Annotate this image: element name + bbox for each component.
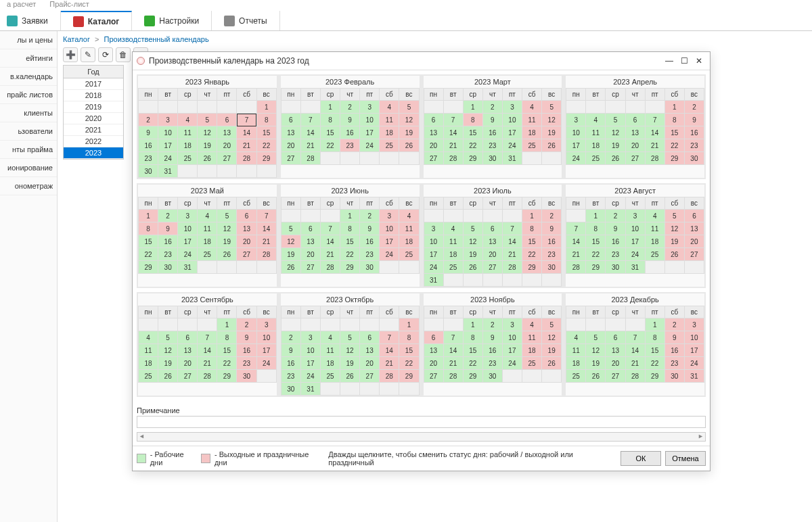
year-2018[interactable]: 2018 bbox=[64, 90, 123, 101]
day-cell[interactable]: 16 bbox=[684, 126, 704, 139]
day-cell[interactable]: 25 bbox=[399, 248, 419, 261]
day-cell[interactable]: 23 bbox=[482, 139, 502, 152]
day-cell[interactable]: 13 bbox=[178, 344, 198, 357]
day-cell[interactable]: 15 bbox=[463, 344, 482, 357]
day-cell[interactable]: 24 bbox=[684, 357, 704, 370]
day-cell[interactable]: 1 bbox=[522, 210, 541, 222]
day-cell[interactable]: 29 bbox=[645, 370, 664, 383]
day-cell[interactable]: 11 bbox=[566, 344, 586, 357]
day-cell[interactable]: 16 bbox=[482, 344, 502, 357]
year-2023[interactable]: 2023 bbox=[64, 147, 123, 159]
day-cell[interactable]: 3 bbox=[502, 318, 522, 331]
day-cell[interactable]: 12 bbox=[281, 235, 300, 248]
close-button[interactable]: ✕ bbox=[692, 55, 706, 67]
day-cell[interactable]: 8 bbox=[256, 114, 276, 126]
sidebar-item-4[interactable]: клиенты bbox=[0, 104, 57, 122]
day-cell[interactable]: 24 bbox=[158, 152, 178, 165]
day-cell[interactable]: 26 bbox=[586, 370, 606, 383]
day-cell[interactable]: 19 bbox=[606, 139, 625, 152]
day-cell[interactable]: 8 bbox=[664, 114, 684, 126]
day-cell[interactable]: 10 bbox=[502, 331, 522, 344]
day-cell[interactable]: 22 bbox=[139, 248, 158, 261]
note-input[interactable] bbox=[137, 416, 706, 428]
day-cell[interactable]: 25 bbox=[522, 139, 541, 152]
day-cell[interactable]: 20 bbox=[684, 235, 704, 248]
day-cell[interactable]: 25 bbox=[198, 248, 217, 261]
day-cell[interactable]: 15 bbox=[139, 235, 158, 248]
day-cell[interactable]: 14 bbox=[198, 344, 217, 357]
day-cell[interactable]: 5 bbox=[463, 222, 482, 235]
day-cell[interactable]: 15 bbox=[320, 126, 340, 139]
day-cell[interactable]: 20 bbox=[178, 357, 198, 370]
day-cell[interactable]: 29 bbox=[256, 152, 276, 165]
day-cell[interactable]: 10 bbox=[256, 331, 276, 344]
day-cell[interactable]: 16 bbox=[606, 235, 625, 248]
day-cell[interactable]: 19 bbox=[217, 235, 237, 248]
day-cell[interactable]: 19 bbox=[158, 357, 178, 370]
day-cell[interactable]: 16 bbox=[482, 126, 502, 139]
day-cell[interactable]: 24 bbox=[424, 261, 443, 274]
day-cell[interactable]: 13 bbox=[237, 222, 256, 235]
sidebar-item-6[interactable]: нты прайма bbox=[0, 141, 57, 159]
day-cell[interactable]: 1 bbox=[664, 101, 684, 114]
day-cell[interactable]: 17 bbox=[424, 248, 443, 261]
day-cell[interactable]: 12 bbox=[399, 114, 419, 126]
day-cell[interactable]: 28 bbox=[198, 370, 217, 383]
day-cell[interactable]: 5 bbox=[542, 101, 562, 114]
day-cell[interactable]: 27 bbox=[281, 152, 300, 165]
day-cell[interactable]: 17 bbox=[360, 126, 380, 139]
day-cell[interactable]: 13 bbox=[684, 222, 704, 235]
day-cell[interactable]: 14 bbox=[443, 126, 463, 139]
day-cell[interactable]: 1 bbox=[256, 101, 276, 114]
day-cell[interactable]: 10 bbox=[424, 235, 443, 248]
day-cell[interactable]: 7 bbox=[625, 331, 645, 344]
day-cell[interactable]: 20 bbox=[217, 139, 237, 152]
day-cell[interactable]: 25 bbox=[139, 370, 158, 383]
day-cell[interactable]: 4 bbox=[380, 101, 399, 114]
day-cell[interactable]: 25 bbox=[320, 370, 340, 383]
day-cell[interactable]: 1 bbox=[645, 318, 664, 331]
day-cell[interactable]: 21 bbox=[502, 248, 522, 261]
day-cell[interactable]: 28 bbox=[443, 370, 463, 383]
day-cell[interactable]: 6 bbox=[625, 114, 645, 126]
day-cell[interactable]: 5 bbox=[158, 331, 178, 344]
day-cell[interactable]: 18 bbox=[522, 126, 541, 139]
day-cell[interactable]: 26 bbox=[542, 139, 562, 152]
day-cell[interactable]: 13 bbox=[606, 344, 625, 357]
day-cell[interactable]: 20 bbox=[606, 357, 625, 370]
day-cell[interactable]: 23 bbox=[360, 248, 380, 261]
day-cell[interactable]: 30 bbox=[482, 152, 502, 165]
day-cell[interactable]: 12 bbox=[606, 126, 625, 139]
day-cell[interactable]: 26 bbox=[606, 152, 625, 165]
day-cell[interactable]: 19 bbox=[542, 344, 562, 357]
day-cell[interactable]: 27 bbox=[237, 248, 256, 261]
day-cell[interactable]: 22 bbox=[664, 139, 684, 152]
day-cell[interactable]: 13 bbox=[217, 126, 237, 139]
day-cell[interactable]: 2 bbox=[340, 101, 360, 114]
day-cell[interactable]: 7 bbox=[443, 331, 463, 344]
day-cell[interactable]: 11 bbox=[522, 114, 541, 126]
day-cell[interactable]: 16 bbox=[360, 235, 380, 248]
day-cell[interactable]: 9 bbox=[482, 331, 502, 344]
day-cell[interactable]: 23 bbox=[684, 139, 704, 152]
day-cell[interactable]: 10 bbox=[178, 222, 198, 235]
day-cell[interactable]: 5 bbox=[586, 331, 606, 344]
day-cell[interactable]: 25 bbox=[443, 261, 463, 274]
day-cell[interactable]: 28 bbox=[502, 261, 522, 274]
day-cell[interactable]: 29 bbox=[139, 261, 158, 274]
day-cell[interactable]: 19 bbox=[586, 357, 606, 370]
day-cell[interactable]: 6 bbox=[424, 114, 443, 126]
cancel-button[interactable]: Отмена bbox=[665, 451, 706, 466]
day-cell[interactable]: 30 bbox=[139, 165, 158, 178]
day-cell[interactable]: 9 bbox=[606, 222, 625, 235]
day-cell[interactable]: 1 bbox=[320, 101, 340, 114]
day-cell[interactable]: 23 bbox=[340, 139, 360, 152]
day-cell[interactable]: 29 bbox=[586, 261, 606, 274]
day-cell[interactable]: 12 bbox=[463, 235, 482, 248]
main-tab-Отчеты[interactable]: Отчеты bbox=[212, 11, 279, 30]
day-cell[interactable]: 11 bbox=[198, 222, 217, 235]
day-cell[interactable]: 6 bbox=[300, 222, 320, 235]
day-cell[interactable]: 7 bbox=[198, 331, 217, 344]
day-cell[interactable]: 12 bbox=[542, 114, 562, 126]
day-cell[interactable]: 29 bbox=[463, 370, 482, 383]
